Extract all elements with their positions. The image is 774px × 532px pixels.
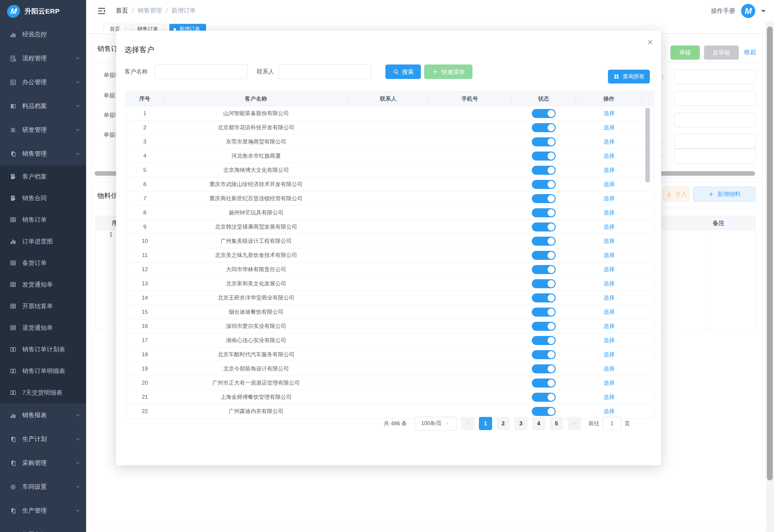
status-toggle[interactable]: [532, 350, 556, 359]
caret-down-icon[interactable]: [761, 10, 766, 15]
page-scrollbar[interactable]: [766, 22, 774, 532]
sidebar-item[interactable]: 退货通知单: [0, 317, 86, 339]
contact-input[interactable]: [278, 64, 371, 79]
sidebar-item[interactable]: 销售订单明细表: [0, 360, 86, 382]
sidebar-item[interactable]: 销售订单计划表: [0, 339, 86, 360]
sidebar-item[interactable]: 客户档案: [0, 166, 86, 187]
status-toggle[interactable]: [532, 194, 556, 203]
unaudit-button[interactable]: 反审核: [704, 45, 739, 60]
add-material-button[interactable]: 新增物料: [693, 187, 756, 202]
remark-textarea[interactable]: [674, 149, 756, 164]
right-field-3[interactable]: [674, 113, 756, 127]
sidebar-item[interactable]: 销售合同: [0, 187, 86, 209]
right-field-4[interactable]: [674, 134, 756, 149]
select-row-link[interactable]: 选择: [604, 308, 615, 316]
sidebar-collapse-icon[interactable]: [97, 6, 106, 15]
right-field-1[interactable]: [674, 69, 756, 84]
select-row-link[interactable]: 选择: [604, 223, 615, 231]
select-row-link[interactable]: 选择: [604, 251, 615, 259]
sidebar-item[interactable]: 备货订单: [0, 252, 86, 274]
status-toggle[interactable]: [532, 208, 556, 217]
status-toggle[interactable]: [532, 322, 556, 331]
select-row-link[interactable]: 选择: [604, 266, 615, 273]
avatar[interactable]: M: [741, 4, 755, 18]
select-row-link[interactable]: 选择: [604, 280, 615, 287]
sidebar-item[interactable]: 生产计划: [0, 427, 86, 451]
page-number-button[interactable]: 2: [497, 417, 510, 430]
sidebar-item[interactable]: 流程管理: [0, 46, 86, 70]
status-toggle[interactable]: [532, 180, 556, 189]
next-page-button[interactable]: [568, 417, 581, 430]
sidebar-item[interactable]: 料品档案: [0, 94, 86, 118]
quick-add-button[interactable]: 快速添加: [424, 64, 472, 79]
sidebar-item[interactable]: 研发管理: [0, 118, 86, 142]
breadcrumb-home[interactable]: 首页: [116, 6, 128, 15]
status-toggle[interactable]: [532, 379, 556, 388]
search-button[interactable]: 搜索: [385, 64, 421, 79]
status-toggle[interactable]: [532, 265, 556, 274]
manual-link[interactable]: 操作手册: [711, 7, 735, 15]
sidebar-item[interactable]: 办公管理: [0, 70, 86, 94]
page-size-select[interactable]: 100条/页: [414, 417, 457, 431]
table-scrollbar-thumb[interactable]: [645, 108, 650, 182]
status-toggle[interactable]: [532, 137, 556, 146]
page-number-button[interactable]: 4: [532, 417, 545, 430]
select-row-link[interactable]: 选择: [604, 337, 615, 344]
select-row-link[interactable]: 选择: [604, 365, 615, 372]
select-row-link[interactable]: 选择: [604, 166, 615, 174]
goto-page-input[interactable]: [603, 417, 621, 430]
status-toggle[interactable]: [532, 279, 556, 288]
select-row-link[interactable]: 选择: [604, 152, 615, 160]
page-number-button[interactable]: 5: [550, 417, 563, 430]
sidebar-item[interactable]: 销售报表: [0, 403, 86, 427]
status-toggle[interactable]: [532, 123, 556, 132]
page-scrollbar-thumb[interactable]: [767, 26, 773, 480]
sidebar-item[interactable]: 生产管理: [0, 499, 86, 523]
breadcrumb-sales[interactable]: 销售管理: [137, 6, 162, 15]
select-row-link[interactable]: 选择: [604, 181, 615, 188]
select-row-link[interactable]: 选择: [604, 195, 615, 202]
sidebar-item[interactable]: 开票结算单: [0, 295, 86, 317]
prev-page-button[interactable]: [461, 417, 474, 430]
select-row-link[interactable]: 选择: [604, 322, 615, 330]
status-toggle[interactable]: [532, 237, 556, 246]
customer-name-input[interactable]: [155, 64, 248, 79]
status-toggle[interactable]: [532, 152, 556, 161]
select-row-link[interactable]: 选择: [604, 110, 615, 117]
sidebar-item[interactable]: 销售管理: [0, 142, 86, 166]
select-row-link[interactable]: 选择: [604, 209, 615, 216]
audit-button[interactable]: 审核: [670, 45, 700, 60]
select-row-link[interactable]: 选择: [604, 408, 615, 415]
sidebar-item[interactable]: 采购管理: [0, 451, 86, 475]
status-toggle[interactable]: [532, 336, 556, 345]
page-number-button[interactable]: 3: [514, 417, 528, 430]
sidebar-item[interactable]: 车间设置: [0, 475, 86, 499]
status-toggle[interactable]: [532, 251, 556, 260]
sidebar-item[interactable]: 销售订单: [0, 209, 86, 231]
sidebar-item[interactable]: 发货通知单: [0, 274, 86, 295]
status-toggle[interactable]: [532, 407, 556, 416]
status-toggle[interactable]: [532, 166, 556, 175]
status-toggle[interactable]: [532, 293, 556, 302]
sidebar-item[interactable]: 加工车间: [0, 523, 86, 532]
select-row-link[interactable]: 选择: [604, 393, 615, 401]
query-all-button[interactable]: 查询所有: [608, 70, 650, 84]
sidebar-item[interactable]: 订单进度图: [0, 231, 86, 252]
select-row-link[interactable]: 选择: [604, 138, 615, 145]
select-row-link[interactable]: 选择: [604, 124, 615, 131]
select-row-link[interactable]: 选择: [604, 237, 615, 245]
collapse-link[interactable]: 收起: [744, 48, 756, 56]
status-toggle[interactable]: [532, 364, 556, 373]
close-icon[interactable]: ×: [648, 38, 653, 47]
status-toggle[interactable]: [532, 109, 556, 118]
sidebar-item[interactable]: 7天交货明细表: [0, 382, 86, 403]
status-toggle[interactable]: [532, 393, 556, 402]
select-row-link[interactable]: 选择: [604, 294, 615, 301]
import-button[interactable]: 引入: [663, 187, 690, 202]
right-field-2[interactable]: [674, 91, 756, 106]
status-toggle[interactable]: [532, 222, 556, 232]
sidebar-item[interactable]: 经营总控: [0, 23, 86, 46]
page-number-button[interactable]: 1: [479, 417, 492, 430]
status-toggle[interactable]: [532, 308, 556, 317]
select-row-link[interactable]: 选择: [604, 379, 615, 387]
